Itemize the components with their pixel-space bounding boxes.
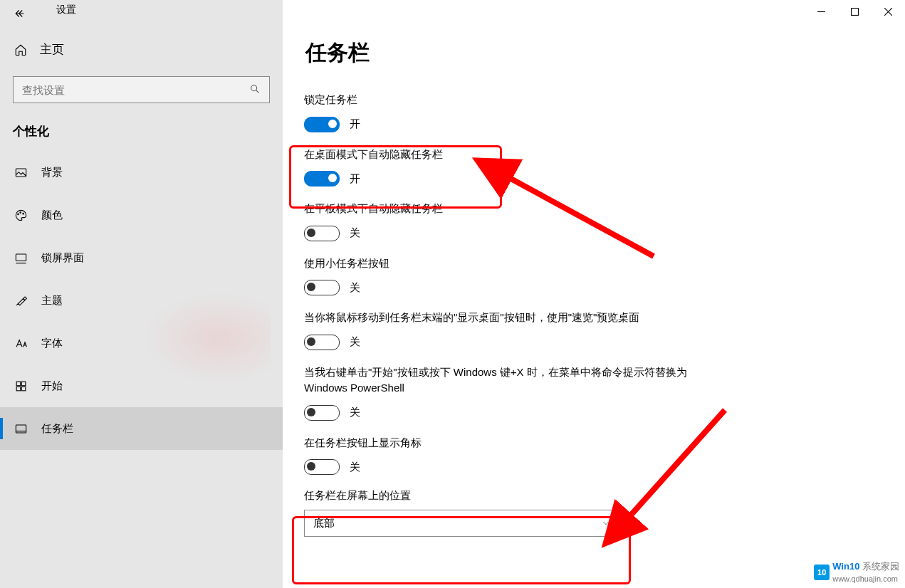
toggle-row: 开 [304, 117, 731, 132]
sidebar-item-lockscreen[interactable]: 锁屏界面 [0, 236, 283, 279]
toggle-switch[interactable] [304, 171, 340, 187]
sidebar-item-label: 任务栏 [41, 422, 73, 436]
watermark-text: 系统家园 [862, 561, 899, 572]
setting-show-badges: 在任务栏按钮上显示角标 关 [304, 435, 731, 476]
toggle-switch[interactable] [304, 405, 340, 421]
watermark-logo-icon: 10 [814, 565, 830, 580]
toggle-state: 关 [350, 281, 360, 295]
sidebar: 设置 主页 个性化 背景 颜色 [0, 0, 283, 588]
image-icon [14, 166, 28, 179]
toggle-switch[interactable] [304, 280, 340, 295]
sidebar-section-title: 个性化 [13, 123, 270, 140]
search-icon [249, 83, 261, 97]
search-input[interactable] [14, 77, 269, 103]
svg-rect-1 [16, 168, 26, 176]
toggle-row: 关 [304, 335, 731, 350]
svg-rect-7 [21, 382, 26, 386]
sidebar-item-label: 主题 [41, 294, 63, 308]
search-wrap [13, 76, 270, 103]
toggle-switch[interactable] [304, 226, 340, 241]
window-controls [805, 0, 905, 23]
sidebar-item-themes[interactable]: 主题 [0, 279, 283, 322]
setting-autohide-desktop: 在桌面模式下自动隐藏任务栏 开 [304, 147, 731, 187]
sidebar-home[interactable]: 主页 [0, 27, 283, 72]
svg-point-2 [17, 214, 19, 215]
maximize-icon [851, 8, 859, 16]
watermark: 10 Win10 系统家园 www.qdhuajin.com [814, 560, 899, 584]
setting-peek-preview: 当你将鼠标移动到任务栏末端的"显示桌面"按钮时，使用"速览"预览桌面 关 [304, 310, 731, 350]
setting-label: 在桌面模式下自动隐藏任务栏 [304, 147, 731, 163]
setting-label: 使用小任务栏按钮 [304, 256, 731, 272]
toggle-state: 开 [350, 117, 360, 131]
toggle-row: 关 [304, 405, 731, 421]
toggle-state: 关 [350, 461, 360, 474]
maximize-button[interactable] [838, 0, 872, 23]
watermark-url: www.qdhuajin.com [832, 574, 898, 583]
setting-autohide-tablet: 在平板模式下自动隐藏任务栏 关 [304, 201, 731, 241]
sidebar-home-label: 主页 [40, 41, 64, 58]
toggle-state: 关 [350, 335, 360, 349]
toggle-row: 关 [304, 459, 731, 475]
combo-value: 底部 [313, 517, 335, 530]
sidebar-item-fonts[interactable]: 字体 [0, 322, 283, 364]
svg-point-0 [251, 85, 257, 91]
home-icon [14, 43, 28, 56]
close-button[interactable] [872, 0, 905, 23]
svg-point-4 [22, 213, 23, 214]
svg-rect-9 [21, 387, 26, 391]
toggle-state: 关 [350, 406, 360, 419]
setting-powershell-replace: 当我右键单击"开始"按钮或按下 Windows 键+X 时，在菜单中将命令提示符… [304, 364, 731, 421]
toggle-row: 开 [304, 171, 731, 187]
toggle-row: 关 [304, 280, 731, 295]
minimize-icon [817, 8, 825, 16]
theme-icon [14, 294, 28, 308]
chevron-down-icon [601, 518, 611, 528]
sidebar-item-label: 锁屏界面 [41, 251, 84, 265]
svg-rect-10 [16, 424, 26, 432]
close-icon [884, 8, 892, 16]
lockscreen-icon [14, 251, 28, 265]
settings-list: 锁定任务栏 开 在桌面模式下自动隐藏任务栏 开 在平板模式下自动隐藏任务栏 关 … [304, 92, 731, 537]
content-area: 任务栏 锁定任务栏 开 在桌面模式下自动隐藏任务栏 开 在平板模式下自动隐藏任务… [283, 0, 905, 588]
toggle-switch[interactable] [304, 117, 340, 132]
taskbar-icon [14, 422, 28, 436]
toggle-state: 关 [350, 226, 360, 240]
sidebar-item-label: 开始 [41, 379, 63, 393]
minimize-button[interactable] [805, 0, 838, 23]
sidebar-nav: 背景 颜色 锁屏界面 主题 字体 [0, 151, 283, 450]
svg-rect-11 [852, 8, 859, 15]
sidebar-item-background[interactable]: 背景 [0, 151, 283, 194]
setting-label: 在任务栏按钮上显示角标 [304, 435, 731, 451]
titlebar-left: 设置 [0, 0, 283, 27]
toggle-switch[interactable] [304, 459, 340, 475]
sidebar-item-start[interactable]: 开始 [0, 364, 283, 407]
svg-rect-5 [16, 253, 26, 261]
setting-label: 在平板模式下自动隐藏任务栏 [304, 201, 731, 217]
svg-rect-8 [16, 387, 21, 391]
sidebar-item-label: 字体 [41, 337, 63, 350]
palette-icon [14, 209, 28, 222]
toggle-switch[interactable] [304, 335, 340, 350]
svg-rect-6 [16, 382, 21, 386]
position-section-label: 任务栏在屏幕上的位置 [304, 489, 731, 503]
sidebar-item-colors[interactable]: 颜色 [0, 194, 283, 236]
watermark-brand: Win10 [832, 561, 859, 572]
window-title: 设置 [56, 4, 76, 16]
setting-label: 当我右键单击"开始"按钮或按下 Windows 键+X 时，在菜单中将命令提示符… [304, 364, 703, 397]
toggle-row: 关 [304, 226, 731, 241]
setting-label: 锁定任务栏 [304, 92, 731, 108]
back-button[interactable] [13, 6, 28, 21]
sidebar-item-taskbar[interactable]: 任务栏 [0, 407, 283, 450]
svg-point-3 [19, 211, 21, 213]
taskbar-position-combo[interactable]: 底部 [304, 510, 620, 537]
font-icon [14, 337, 28, 350]
sidebar-item-label: 背景 [41, 166, 63, 179]
page-title: 任务栏 [305, 38, 905, 68]
setting-label: 当你将鼠标移动到任务栏末端的"显示桌面"按钮时，使用"速览"预览桌面 [304, 310, 731, 326]
toggle-state: 开 [350, 172, 360, 186]
search-box[interactable] [13, 76, 270, 103]
start-icon [14, 379, 28, 393]
setting-lock-taskbar: 锁定任务栏 开 [304, 92, 731, 132]
setting-small-buttons: 使用小任务栏按钮 关 [304, 256, 731, 296]
sidebar-item-label: 颜色 [41, 209, 63, 222]
